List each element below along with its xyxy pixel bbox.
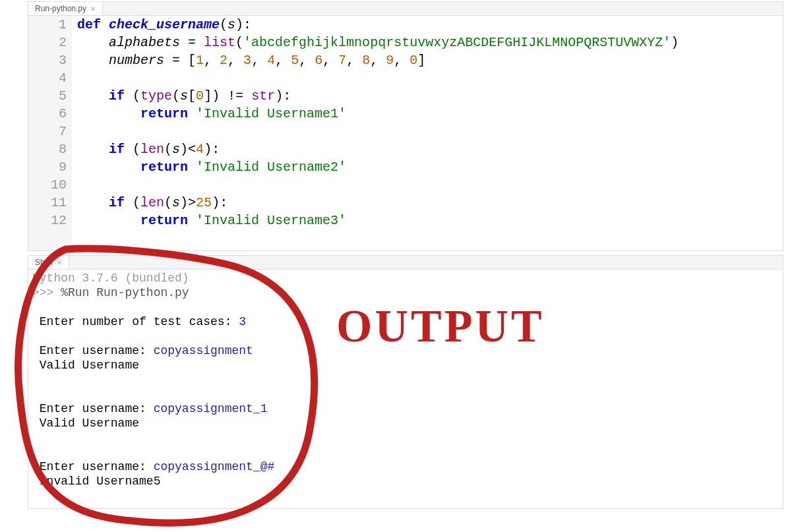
- shell-user-input: copyassignment_1: [154, 402, 268, 415]
- close-icon[interactable]: ✕: [57, 259, 62, 266]
- code-line: return 'Invalid Username2': [77, 158, 679, 176]
- line-number: 7: [40, 123, 67, 140]
- shell-body[interactable]: Python 3.7.6 (bundled) >>> %Run Run-pyth…: [28, 270, 783, 508]
- code-line: [77, 176, 679, 194]
- line-number: 1: [40, 16, 67, 34]
- line-number: 10: [40, 176, 67, 194]
- line-number: 8: [40, 140, 67, 158]
- code-line: def check_username(s):: [77, 16, 679, 34]
- shell-user-input: copyassignment: [154, 344, 253, 357]
- code-content[interactable]: def check_username(s): alphabets = list(…: [72, 16, 679, 251]
- editor-tabs: Run-python.py ✕: [28, 2, 783, 16]
- line-number: 9: [40, 158, 67, 176]
- shell-output: Enter username:: [32, 460, 154, 473]
- shell-user-input: 3: [239, 315, 246, 328]
- shell-prompt: >>>: [32, 286, 61, 299]
- shell-output: Invalid Username5: [32, 475, 160, 488]
- shell-pane: Shell ✕ Python 3.7.6 (bundled) >>> %Run …: [28, 255, 783, 509]
- code-line: [77, 123, 679, 140]
- code-line: [77, 69, 679, 87]
- editor-pane: Run-python.py ✕ 1 2 3 4 5 6 7 8 9 10 11 …: [28, 1, 783, 251]
- shell-output: Valid Username: [32, 359, 139, 372]
- code-line: numbers = [1, 2, 3, 4, 5, 6, 7, 8, 9, 0]: [77, 51, 679, 69]
- shell-run-cmd: %Run Run-python.py: [61, 286, 189, 299]
- close-icon[interactable]: ✕: [90, 5, 96, 13]
- line-number: 11: [40, 194, 67, 212]
- shell-output: Valid Username: [32, 417, 139, 430]
- code-line: return 'Invalid Username1': [77, 105, 679, 123]
- editor-tab-run-python[interactable]: Run-python.py ✕: [28, 2, 103, 15]
- code-line: if (type(s[0]) != str):: [77, 87, 679, 105]
- code-line: return 'Invalid Username3': [77, 212, 679, 229]
- shell-output: Enter number of test cases:: [32, 315, 239, 328]
- line-number: 6: [40, 105, 67, 123]
- code-line: if (len(s)<4):: [77, 140, 679, 158]
- code-line: alphabets = list('abcdefghijklmnopqrstuv…: [77, 34, 679, 51]
- line-number: 2: [40, 34, 67, 51]
- shell-output: Enter username:: [32, 344, 154, 357]
- shell-user-input: copyassignment_@#: [154, 460, 275, 473]
- shell-banner: Python 3.7.6 (bundled): [32, 272, 189, 285]
- line-number: 3: [40, 51, 67, 69]
- shell-tab[interactable]: Shell ✕: [28, 256, 69, 269]
- shell-tab-label: Shell: [35, 258, 53, 267]
- line-number: 4: [40, 69, 67, 87]
- editor-tab-label: Run-python.py: [35, 4, 86, 13]
- line-number: 12: [40, 212, 67, 229]
- shell-output: Enter username:: [32, 402, 154, 415]
- shell-tabs: Shell ✕: [28, 256, 783, 270]
- code-line: if (len(s)>25):: [77, 194, 679, 212]
- line-number-gutter: 1 2 3 4 5 6 7 8 9 10 11 12: [28, 16, 72, 251]
- code-area[interactable]: 1 2 3 4 5 6 7 8 9 10 11 12 def check_use…: [28, 16, 783, 251]
- line-number: 5: [40, 87, 67, 105]
